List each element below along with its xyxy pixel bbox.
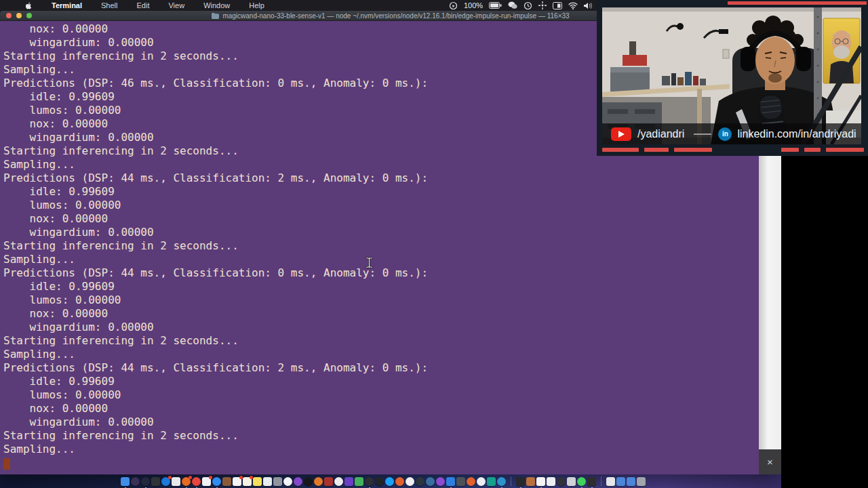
dock-icon-files-stack[interactable] — [606, 477, 615, 486]
notification-badge — [209, 476, 212, 479]
dock-icon-red-grid-app[interactable] — [324, 477, 333, 486]
dock-icon-green-app[interactable] — [355, 477, 363, 486]
dock-icon-twitter[interactable] — [385, 477, 394, 486]
dock-icon-dictionary[interactable] — [222, 477, 231, 486]
menu-terminal[interactable]: Terminal — [42, 1, 92, 9]
dock-icon-orange-arc-app[interactable] — [395, 477, 404, 486]
apple-menu-icon[interactable] — [24, 1, 33, 10]
dock-icon-camera-app[interactable] — [375, 477, 384, 486]
menu-view[interactable]: View — [159, 1, 194, 9]
dock-icon-globe-app[interactable] — [426, 477, 435, 486]
dock-icon-music[interactable] — [283, 477, 292, 486]
time-machine-icon[interactable] — [524, 1, 532, 10]
terminal-line: Starting inferencing in 2 seconds... — [3, 239, 759, 253]
menu-window[interactable]: Window — [194, 1, 239, 9]
dock-icon-purple-star-app[interactable] — [344, 477, 353, 486]
volume-icon[interactable] — [584, 2, 593, 9]
terminal-line: Starting inferencing in 2 seconds... — [3, 429, 759, 443]
battery-icon[interactable] — [489, 2, 502, 9]
dock-icon-watch-app[interactable] — [557, 477, 566, 486]
zoom-window-button[interactable] — [26, 13, 32, 18]
dock-icon-photos-stack[interactable] — [273, 477, 282, 486]
dock-icon-vscode[interactable] — [446, 477, 455, 486]
dock-icon-clion[interactable] — [487, 477, 496, 486]
dock-icon-pinwheel-app[interactable] — [334, 477, 343, 486]
input-source-icon[interactable] — [553, 2, 562, 9]
dock-icon-charts-app[interactable] — [406, 477, 414, 486]
overlay-accent-segment — [644, 148, 669, 152]
overlay-accent-segment — [674, 148, 712, 152]
stream-webcam-overlay: /yadiandri in linkedin.com/in/andriyadi — [597, 0, 868, 156]
dock-icon-terminal-app[interactable] — [516, 477, 525, 486]
terminal-line: nox: 0.00000 — [3, 212, 759, 226]
dock-icon-lightbulb-app[interactable] — [477, 477, 486, 486]
dock-icon-android-studio[interactable] — [416, 477, 425, 486]
dock-icon-edge[interactable] — [497, 477, 506, 486]
youtube-handle: /yadiandri — [637, 128, 684, 140]
screen-mirroring-icon[interactable] — [449, 1, 458, 10]
crosshair-icon[interactable] — [538, 1, 547, 9]
dock-icon-folder-2[interactable] — [627, 477, 635, 486]
dock-icon-app-grid[interactable] — [151, 477, 160, 486]
menu-shell[interactable]: Shell — [92, 1, 127, 9]
dock-icon-folder-1[interactable] — [616, 477, 625, 486]
dock-icon-sublime-text[interactable] — [587, 477, 596, 486]
dock-separator — [597, 476, 601, 486]
dock-icon-podcasts[interactable] — [294, 477, 302, 486]
dock-icon-tv-app[interactable] — [304, 477, 313, 486]
terminal-cursor — [3, 458, 10, 470]
dock-icon-mail-colorful-app[interactable] — [547, 477, 555, 486]
dock-icon-wechat[interactable] — [536, 477, 545, 486]
dock-icon-app-store[interactable] — [161, 477, 170, 486]
dock-icon-stickies[interactable] — [253, 477, 262, 486]
dock-icon-launchpad[interactable] — [131, 477, 140, 486]
wechat-icon[interactable] — [508, 1, 517, 9]
dock-icon-whatsapp[interactable] — [577, 477, 586, 486]
dock-icon-chrome[interactable] — [192, 477, 201, 486]
headphone-cup-right — [796, 47, 811, 71]
terminal-line: wingardium: 0.00000 — [3, 226, 759, 239]
notification-badge — [189, 476, 192, 479]
dock-icon-cad-app[interactable] — [456, 477, 465, 486]
dock-icon-color-box-app[interactable] — [526, 477, 535, 486]
dock-icon-finder[interactable] — [121, 477, 130, 486]
dock-icon-firefox[interactable] — [182, 477, 191, 486]
terminal-line: Starting inferencing in 2 seconds... — [3, 334, 759, 348]
dock-icon-messages[interactable] — [202, 477, 211, 486]
menu-edit[interactable]: Edit — [127, 1, 159, 9]
steve-jobs-poster — [823, 18, 860, 83]
text-cursor-pointer — [366, 257, 373, 271]
dock-icon-garageband[interactable] — [567, 477, 576, 486]
terminal-line: Sampling... — [3, 158, 759, 171]
minimize-window-button[interactable] — [16, 13, 22, 18]
overlay-accent-segment — [826, 148, 864, 152]
dock-icon-orange-arc-app-2[interactable] — [467, 477, 475, 486]
close-window-button[interactable] — [6, 13, 12, 18]
webcam-video: /yadiandri in linkedin.com/in/andriyadi — [602, 7, 861, 144]
menu-help[interactable]: Help — [239, 1, 274, 9]
dock-icon-purple-p-app[interactable] — [436, 477, 445, 486]
terminal-line: idle: 0.99609 — [3, 280, 759, 293]
overlay-accent-segment — [804, 148, 821, 152]
terminal-line: nox: 0.00000 — [3, 307, 759, 321]
dock-icon-notes[interactable] — [243, 477, 252, 486]
dock-icon-preview[interactable] — [172, 477, 180, 486]
wifi-icon[interactable] — [568, 2, 578, 9]
social-banner: /yadiandri in linkedin.com/in/andriyadi — [602, 123, 861, 144]
dock-icon-safari[interactable] — [212, 477, 221, 486]
terminal-line: nox: 0.00000 — [3, 402, 759, 415]
terminal-line: Predictions (DSP: 44 ms., Classification… — [3, 171, 759, 185]
terminal-line: wingardium: 0.00000 — [3, 415, 759, 429]
terminal-line: Sampling... — [3, 443, 759, 456]
close-notification-button[interactable]: × — [759, 449, 781, 474]
terminal-line: lumos: 0.00000 — [3, 388, 759, 402]
dock-icon-trash[interactable] — [637, 477, 646, 486]
headphone-cup-left — [741, 47, 755, 71]
dock-icon-rocket-app[interactable] — [141, 477, 150, 486]
app-menus: TerminalShellEditViewWindowHelp — [42, 1, 274, 9]
dock-icon-dark-ring-app[interactable] — [365, 477, 374, 486]
dock-icon-orange-sphere-app[interactable] — [314, 477, 323, 486]
dock-icon-calendar[interactable] — [233, 477, 241, 486]
dock-icon-maps[interactable] — [263, 477, 272, 486]
youtube-icon — [611, 127, 631, 141]
